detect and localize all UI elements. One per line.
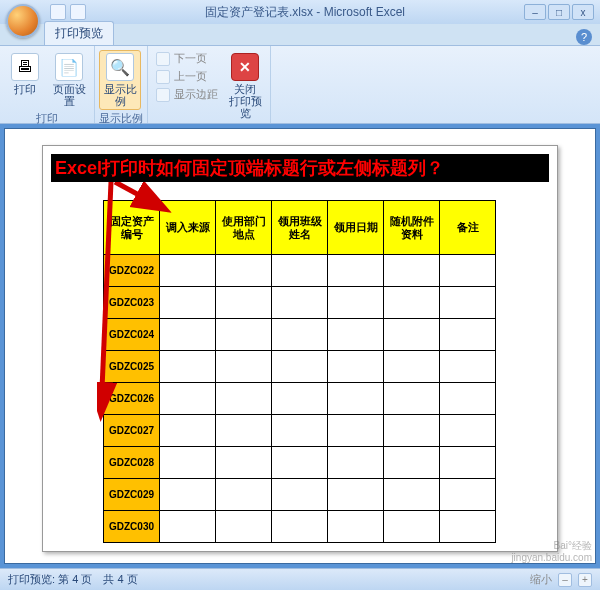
arrow-down-icon [156,52,170,66]
table-header-cell: 随机附件资料 [384,201,440,255]
table-header-row: 固定资产编号调入来源使用部门地点领用班级姓名领用日期随机附件资料备注 [104,201,496,255]
prev-page-button[interactable]: 上一页 [152,68,222,85]
row-id-cell: GDZC030 [104,511,160,543]
page-scroll[interactable]: Excel打印时如何固定顶端标题行或左侧标题列？ 固定资产编号调入来源使用部门地… [4,128,596,564]
preview-page: Excel打印时如何固定顶端标题行或左侧标题列？ 固定资产编号调入来源使用部门地… [42,145,558,552]
minimize-button[interactable]: – [524,4,546,20]
table-cell [384,319,440,351]
table-row: GDZC029 [104,479,496,511]
table-cell [328,479,384,511]
ribbon-group-print: 🖶 打印 📄 页面设置 打印 [0,46,95,123]
table-header-cell: 调入来源 [160,201,216,255]
table-row: GDZC027 [104,415,496,447]
maximize-button[interactable]: □ [548,4,570,20]
table-cell [160,255,216,287]
zoom-in-button[interactable]: + [578,573,592,587]
print-button[interactable]: 🖶 打印 [4,50,46,98]
table-row: GDZC023 [104,287,496,319]
magnifier-icon: 🔍 [106,53,134,81]
page-setup-button[interactable]: 📄 页面设置 [48,50,90,110]
table-cell [440,351,496,383]
window-controls: – □ x [524,4,594,20]
banner-text: Excel打印时如何固定顶端标题行或左侧标题列？ [51,154,549,182]
close-button[interactable]: x [572,4,594,20]
ribbon: 🖶 打印 📄 页面设置 打印 🔍 显示比例 显示比例 [0,46,600,124]
table-row: GDZC025 [104,351,496,383]
excel-window: 固定资产登记表.xlsx - Microsoft Excel – □ x 打印预… [0,0,600,590]
table-cell [160,287,216,319]
row-id-cell: GDZC024 [104,319,160,351]
qat-dropdown-icon[interactable] [70,4,86,20]
table-cell [440,479,496,511]
table-cell [384,255,440,287]
zoom-button[interactable]: 🔍 显示比例 [99,50,141,110]
table-header-cell: 领用日期 [328,201,384,255]
row-id-cell: GDZC025 [104,351,160,383]
zoom-label: 缩小 [530,572,552,587]
table-cell [384,447,440,479]
window-title: 固定资产登记表.xlsx - Microsoft Excel [86,4,524,21]
table-cell [216,479,272,511]
table-header-cell: 备注 [440,201,496,255]
table-cell [160,511,216,543]
status-right: 缩小 – + [530,572,592,587]
preview-area: Excel打印时如何固定顶端标题行或左侧标题列？ 固定资产编号调入来源使用部门地… [0,124,600,568]
table-cell [440,415,496,447]
table-row: GDZC026 [104,383,496,415]
table-row: GDZC022 [104,255,496,287]
quick-access-toolbar [50,4,86,20]
table-cell [160,383,216,415]
office-button[interactable] [6,4,40,38]
table-cell [384,511,440,543]
page-setup-icon: 📄 [55,53,83,81]
table-cell [216,383,272,415]
row-id-cell: GDZC029 [104,479,160,511]
table-cell [328,319,384,351]
next-page-button[interactable]: 下一页 [152,50,222,67]
close-preview-button[interactable]: ✕ 关闭打印预览 [224,50,266,122]
table-cell [272,479,328,511]
table-cell [216,447,272,479]
show-margins-button[interactable]: 显示边距 [152,86,222,103]
table-cell [440,511,496,543]
ribbon-tabs: 打印预览 ? [0,24,600,46]
table-cell [160,447,216,479]
table-cell [328,415,384,447]
row-id-cell: GDZC027 [104,415,160,447]
table-cell [160,319,216,351]
table-cell [384,287,440,319]
table-cell [216,351,272,383]
table-cell [440,319,496,351]
ribbon-group-preview: 下一页 上一页 显示边距 ✕ 关闭打印预览 预览 [148,46,271,123]
table-cell [328,447,384,479]
table-cell [272,511,328,543]
table-cell [272,351,328,383]
checkbox-icon [156,88,170,102]
table-body: GDZC022GDZC023GDZC024GDZC025GDZC026GDZC0… [104,255,496,543]
table-cell [328,383,384,415]
ribbon-group-zoom: 🔍 显示比例 显示比例 [95,46,148,123]
row-id-cell: GDZC026 [104,383,160,415]
table-header-cell: 领用班级姓名 [272,201,328,255]
table-cell [272,287,328,319]
help-icon[interactable]: ? [576,29,592,45]
table-cell [328,511,384,543]
table-cell [384,479,440,511]
zoom-out-button[interactable]: – [558,573,572,587]
table-cell [440,255,496,287]
table-cell [216,255,272,287]
table-cell [216,511,272,543]
table-cell [440,447,496,479]
table-header-cell: 使用部门地点 [216,201,272,255]
row-id-cell: GDZC028 [104,447,160,479]
table-header-cell: 固定资产编号 [104,201,160,255]
table-cell [272,415,328,447]
table-cell [328,351,384,383]
row-id-cell: GDZC022 [104,255,160,287]
arrow-up-icon [156,70,170,84]
tab-print-preview[interactable]: 打印预览 [44,21,114,45]
printer-icon: 🖶 [11,53,39,81]
qat-save-icon[interactable] [50,4,66,20]
status-text: 打印预览: 第 4 页 共 4 页 [8,572,138,587]
table-cell [440,383,496,415]
